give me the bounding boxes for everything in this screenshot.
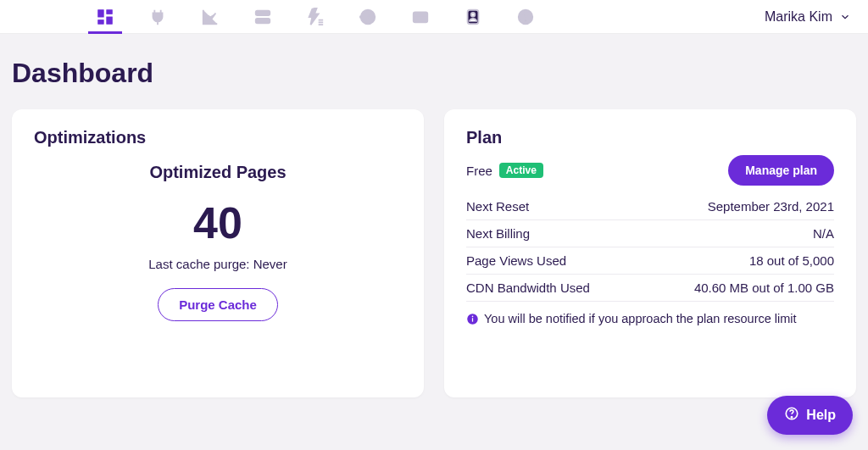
nav-help[interactable] [514, 0, 537, 33]
svg-rect-0 [98, 9, 103, 16]
plan-rows: Next Reset September 23rd, 2021 Next Bil… [466, 193, 834, 302]
nav-history[interactable] [356, 0, 380, 33]
nav-plugins[interactable] [146, 0, 170, 33]
manage-plan-button[interactable]: Manage plan [728, 155, 834, 186]
svg-rect-3 [98, 19, 103, 24]
question-icon [516, 8, 535, 26]
optimizations-card: Optimizations Optimized Pages 40 Last ca… [12, 109, 424, 397]
plan-row-value: 40.60 MB out of 1.00 GB [694, 281, 834, 295]
svg-point-7 [259, 19, 260, 21]
help-button[interactable]: Help [767, 396, 853, 435]
page-title: Dashboard [12, 58, 856, 89]
nav-dashboard[interactable] [93, 0, 117, 33]
plug-icon [148, 8, 167, 26]
help-question-icon [784, 406, 799, 425]
nav-account[interactable] [461, 0, 485, 33]
svg-rect-14 [472, 318, 473, 321]
plan-row-label: Next Reset [466, 199, 529, 214]
plan-row-next-billing: Next Billing N/A [466, 220, 834, 247]
nav-billing[interactable] [409, 0, 432, 33]
chevron-down-icon [839, 11, 851, 23]
top-nav: Marika Kim [0, 0, 868, 34]
server-icon [253, 8, 272, 26]
history-icon [359, 8, 377, 26]
plan-row-value: 18 out of 5,000 [749, 253, 834, 268]
nav-servers[interactable] [251, 0, 275, 33]
plan-row-page-views: Page Views Used 18 out of 5,000 [466, 247, 834, 275]
info-icon [466, 313, 479, 325]
plan-name: Free [466, 164, 492, 178]
svg-point-10 [471, 12, 476, 16]
svg-point-12 [525, 19, 526, 20]
nav-icons [93, 0, 537, 33]
user-name: Marika Kim [765, 9, 832, 25]
card-icon [411, 8, 430, 26]
status-badge: Active [499, 163, 543, 178]
user-icon [464, 8, 482, 26]
last-cache-purge: Last cache purge: Never [34, 257, 402, 271]
optimized-pages-count: 40 [34, 201, 402, 245]
nav-analytics[interactable] [198, 0, 222, 33]
svg-rect-2 [107, 17, 112, 24]
plan-row-label: Page Views Used [466, 253, 566, 268]
plan-row-value: N/A [813, 226, 834, 241]
plan-row-value: September 23rd, 2021 [708, 199, 834, 214]
svg-rect-8 [414, 12, 428, 22]
bolt-settings-icon [306, 8, 325, 26]
plan-notice: You will be notified if you approach the… [466, 312, 834, 325]
optimized-pages-label: Optimized Pages [34, 163, 402, 182]
plan-row-label: CDN Bandwidth Used [466, 281, 590, 295]
help-label: Help [806, 408, 836, 423]
plan-notice-text: You will be notified if you approach the… [484, 312, 797, 325]
chart-icon [201, 8, 220, 26]
plan-row-cdn-bandwidth: CDN Bandwidth Used 40.60 MB out of 1.00 … [466, 275, 834, 302]
svg-point-15 [472, 315, 474, 317]
nav-cache[interactable] [303, 0, 327, 33]
svg-point-17 [792, 416, 793, 417]
svg-rect-1 [107, 9, 112, 14]
plan-row-next-reset: Next Reset September 23rd, 2021 [466, 193, 834, 220]
plan-row-label: Next Billing [466, 226, 530, 241]
purge-cache-button[interactable]: Purge Cache [158, 288, 278, 321]
optimizations-title: Optimizations [34, 128, 402, 147]
dashboard-icon [96, 8, 114, 26]
plan-card: Plan Free Active Manage plan Next Reset … [444, 109, 856, 397]
plan-title: Plan [466, 128, 834, 147]
svg-point-6 [259, 12, 260, 14]
user-menu[interactable]: Marika Kim [765, 9, 851, 25]
